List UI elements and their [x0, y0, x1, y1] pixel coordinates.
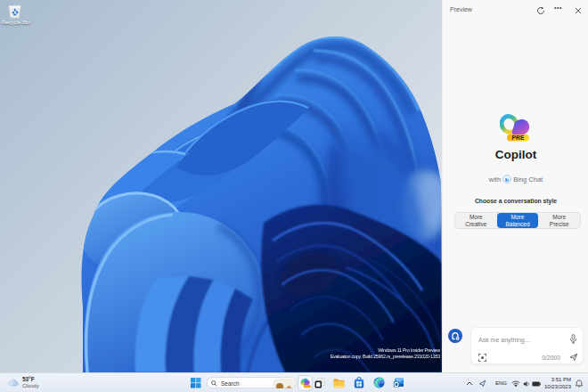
svg-text:b: b: [505, 176, 509, 184]
svg-text:PRE: PRE: [512, 135, 525, 141]
